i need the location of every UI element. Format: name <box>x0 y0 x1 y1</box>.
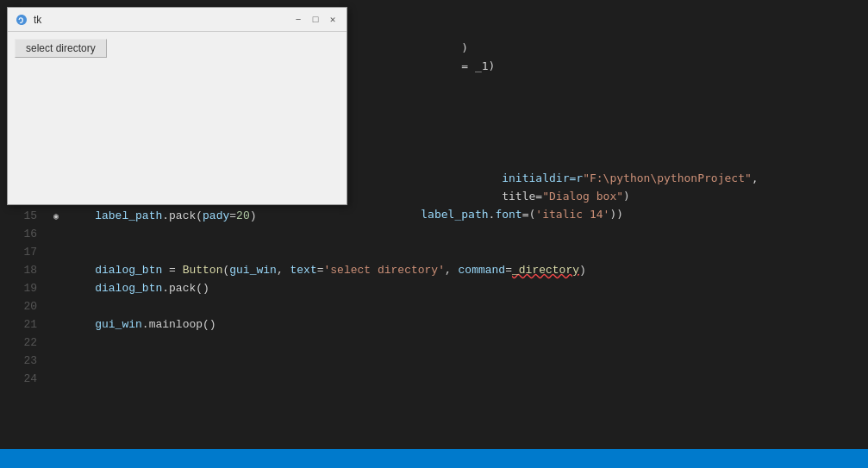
minimize-button[interactable]: − <box>291 13 305 27</box>
partial-line-3: initialdir=r"F:\python\pythonProject", <box>353 151 868 169</box>
tk-title: tk <box>34 14 291 26</box>
line-num-24: 24 <box>9 370 37 388</box>
code-line-15: label_path.pack(pady=20) <box>68 207 868 225</box>
partial-line-1: ) <box>353 39 868 57</box>
line-num-19: 19 <box>9 279 37 297</box>
tk-titlebar: tk − □ ✕ <box>8 8 347 32</box>
select-directory-button[interactable]: select directory <box>15 39 107 58</box>
code-line-18: dialog_btn = Button(gui_win, text='selec… <box>68 261 868 279</box>
partial-line-2: = _1) <box>353 57 868 75</box>
code-line-23 <box>68 352 868 370</box>
status-bar <box>0 449 868 468</box>
tk-app-icon <box>15 13 28 27</box>
code-line-24 <box>68 370 868 388</box>
close-button[interactable]: ✕ <box>326 13 340 27</box>
line-num-17: 17 <box>9 243 37 261</box>
breakpoint-15: ◉ <box>47 207 65 225</box>
tk-window: tk − □ ✕ select directory <box>7 7 347 205</box>
line-num-22: 22 <box>9 334 37 352</box>
line-num-16: 16 <box>9 225 37 243</box>
line-num-15: 15 <box>9 207 37 225</box>
breakpoint-icon: ◉ <box>53 211 59 222</box>
line-numbers: 15 16 17 18 19 20 21 22 23 24 <box>0 207 47 449</box>
line-num-23: 23 <box>9 352 37 370</box>
line-num-21: 21 <box>9 315 37 334</box>
code-line-20 <box>68 297 868 315</box>
breakpoint-col: ◉ <box>47 207 65 449</box>
code-content: label_path.pack(pady=20) dialog_btn = Bu… <box>65 207 868 449</box>
code-line-21: gui_win.mainloop() <box>68 315 868 334</box>
code-line-17 <box>68 243 868 261</box>
window-controls: − □ ✕ <box>291 13 340 27</box>
code-line-16 <box>68 225 868 243</box>
line-num-20: 20 <box>9 297 37 315</box>
tk-body: select directory <box>8 32 347 204</box>
line-num-18: 18 <box>9 261 37 279</box>
code-line-22 <box>68 334 868 352</box>
code-line-19: dialog_btn.pack() <box>68 279 868 297</box>
maximize-button[interactable]: □ <box>309 13 322 27</box>
feather-icon <box>16 14 28 26</box>
